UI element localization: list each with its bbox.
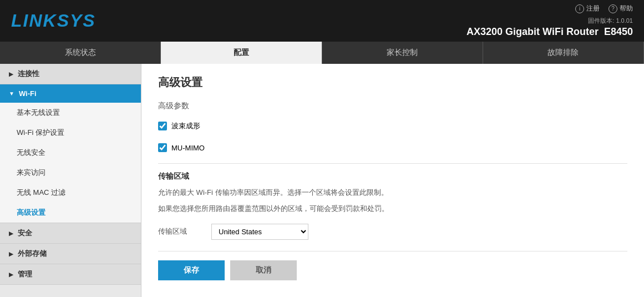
tab-parental[interactable]: 家长控制 bbox=[322, 42, 483, 64]
mu-mimo-label: MU-MIMO bbox=[171, 144, 205, 152]
sidebar-item-basic-wifi[interactable]: 基本无线设置 bbox=[0, 103, 141, 123]
tab-troubleshoot[interactable]: 故障排除 bbox=[483, 42, 644, 64]
sidebar-section-storage: ▶ 外部存储 bbox=[0, 244, 141, 264]
sidebar-item-connectivity[interactable]: ▶ 连接性 bbox=[0, 64, 141, 84]
header-right: i 注册 ? 帮助 固件版本: 1.0.01 AX3200 Gigabit Wi… bbox=[466, 4, 633, 38]
tab-status[interactable]: 系统状态 bbox=[0, 42, 161, 64]
sidebar-section-admin: ▶ 管理 bbox=[0, 264, 141, 285]
beamforming-row: 波束成形 bbox=[158, 118, 627, 134]
help-label: 帮助 bbox=[620, 4, 633, 13]
help-icon: ? bbox=[608, 4, 617, 13]
router-name: AX3200 Gigabit WiFi Router bbox=[466, 26, 599, 37]
chevron-right-icon: ▶ bbox=[9, 71, 13, 77]
register-link[interactable]: i 注册 bbox=[575, 4, 600, 13]
sidebar-item-wireless-security[interactable]: 无线安全 bbox=[0, 143, 141, 163]
region-row: 传输区域 United States China Europe Japan Au… bbox=[158, 224, 627, 240]
register-label: 注册 bbox=[586, 4, 600, 13]
help-link[interactable]: ? 帮助 bbox=[608, 4, 633, 13]
region-desc1: 允许的最大 Wi-Fi 传输功率因区域而异。选择一个区域将会设置此限制。 bbox=[158, 187, 627, 199]
chevron-right-icon-security: ▶ bbox=[9, 230, 13, 236]
firmware-version: 1.0.01 bbox=[616, 17, 633, 24]
header: LINKSYS i 注册 ? 帮助 固件版本: 1.0.01 AX3200 Gi… bbox=[0, 0, 644, 42]
router-model: E8450 bbox=[604, 26, 633, 37]
sidebar-item-admin[interactable]: ▶ 管理 bbox=[0, 264, 141, 284]
router-title: AX3200 Gigabit WiFi Router E8450 bbox=[466, 26, 633, 38]
sidebar-section-security: ▶ 安全 bbox=[0, 223, 141, 244]
advanced-params-label: 高级参数 bbox=[158, 101, 627, 111]
mu-mimo-row: MU-MIMO bbox=[158, 140, 627, 155]
beamforming-label: 波束成形 bbox=[171, 121, 200, 131]
chevron-right-icon-admin: ▶ bbox=[9, 271, 13, 278]
tab-config[interactable]: 配置 bbox=[161, 42, 322, 64]
save-button[interactable]: 保存 bbox=[158, 260, 225, 280]
content-area: 高级设置 高级参数 波束成形 MU-MIMO 传输区域 允许的最大 Wi-Fi … bbox=[141, 64, 644, 297]
button-row: 保存 取消 bbox=[158, 251, 627, 280]
sidebar-item-mac-filter[interactable]: 无线 MAC 过滤 bbox=[0, 183, 141, 203]
main-layout: ▶ 连接性 ▼ Wi-Fi 基本无线设置 Wi-Fi 保护设置 无线安全 来宾访… bbox=[0, 64, 644, 297]
page-title: 高级设置 bbox=[158, 75, 627, 90]
sidebar-item-storage[interactable]: ▶ 外部存储 bbox=[0, 244, 141, 264]
sidebar-section-connectivity: ▶ 连接性 bbox=[0, 64, 141, 84]
sidebar-section-wifi: ▼ Wi-Fi 基本无线设置 Wi-Fi 保护设置 无线安全 来宾访问 无线 M… bbox=[0, 84, 141, 223]
sidebar-item-wifi-protect[interactable]: Wi-Fi 保护设置 bbox=[0, 123, 141, 143]
header-top-links: i 注册 ? 帮助 bbox=[466, 4, 633, 13]
sidebar-item-guest-access[interactable]: 来宾访问 bbox=[0, 163, 141, 183]
sidebar: ▶ 连接性 ▼ Wi-Fi 基本无线设置 Wi-Fi 保护设置 无线安全 来宾访… bbox=[0, 64, 141, 297]
region-select[interactable]: United States China Europe Japan Austral… bbox=[211, 224, 308, 240]
mu-mimo-checkbox[interactable] bbox=[158, 143, 167, 152]
region-desc2: 如果您选择您所用路由器覆盖范围以外的区域，可能会受到罚款和处罚。 bbox=[158, 203, 627, 215]
transmission-region-title: 传输区域 bbox=[158, 172, 627, 182]
region-label: 传输区域 bbox=[158, 226, 202, 236]
chevron-down-icon: ▼ bbox=[9, 90, 14, 97]
logo: LINKSYS bbox=[11, 11, 96, 31]
chevron-right-icon-storage: ▶ bbox=[9, 251, 13, 257]
beamforming-checkbox[interactable] bbox=[158, 122, 167, 130]
divider1 bbox=[158, 163, 627, 164]
firmware-info: 固件版本: 1.0.01 bbox=[466, 17, 633, 25]
sidebar-item-wifi[interactable]: ▼ Wi-Fi bbox=[0, 84, 141, 103]
sidebar-item-advanced[interactable]: 高级设置 bbox=[0, 203, 141, 223]
nav-tabs: 系统状态 配置 家长控制 故障排除 bbox=[0, 42, 644, 64]
firmware-label: 固件版本: bbox=[588, 17, 614, 24]
cancel-button[interactable]: 取消 bbox=[230, 260, 297, 280]
sidebar-item-security[interactable]: ▶ 安全 bbox=[0, 223, 141, 243]
register-icon: i bbox=[575, 4, 584, 13]
